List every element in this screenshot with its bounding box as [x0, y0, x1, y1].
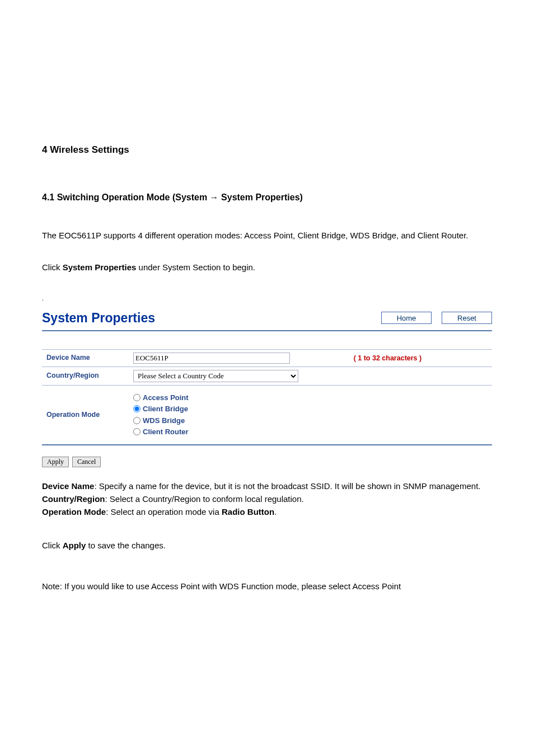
intro-p2-prefix: Click [42, 262, 63, 272]
opmode-label: Operation Mode [42, 385, 129, 445]
footer-note: Note: If you would like to use Access Po… [42, 580, 492, 593]
opmode-row: Operation Mode Access Point Client Bridg… [42, 385, 492, 445]
action-buttons: Apply Cancel [42, 457, 492, 467]
section-heading: 4 Wireless Settings [42, 143, 492, 157]
dot-mark: . [42, 294, 492, 303]
country-cell: Please Select a Country Code [129, 367, 492, 385]
country-select[interactable]: Please Select a Country Code [133, 370, 298, 382]
apply-note-prefix: Click [42, 541, 63, 550]
panel-header: System Properties Home Reset [42, 308, 492, 331]
def-device-name-desc: : Specify a name for the device, but it … [94, 481, 480, 491]
opmode-radio-cb-input[interactable] [133, 405, 140, 412]
def-opmode-desc-suffix: . [274, 507, 277, 516]
apply-note-bold: Apply [63, 541, 86, 550]
opmode-radio-ap[interactable]: Access Point [133, 392, 488, 403]
opmode-radio-cr[interactable]: Client Router [133, 426, 488, 438]
def-country-desc: : Select a Country/Region to conform loc… [105, 494, 304, 504]
opmode-radio-wds-label: WDS Bridge [143, 415, 185, 426]
intro-p2-bold: System Properties [63, 262, 137, 272]
reset-button[interactable]: Reset [442, 312, 492, 324]
opmode-radio-ap-input[interactable] [133, 394, 140, 401]
device-name-input[interactable] [133, 353, 290, 364]
subsection-heading: 4.1 Switching Operation Mode (System → S… [42, 191, 492, 204]
def-device-name-term: Device Name [42, 481, 94, 491]
opmode-cell: Access Point Client Bridge WDS Bridge Cl… [129, 385, 492, 445]
intro-p2-suffix: under System Section to begin. [136, 262, 255, 272]
def-opmode-term: Operation Mode [42, 507, 106, 516]
device-name-row: Device Name ( 1 to 32 characters ) [42, 349, 492, 367]
def-opmode-desc-bold: Radio Button [222, 507, 274, 516]
intro-paragraph-2: Click System Properties under System Sec… [42, 261, 492, 274]
definitions-block: Device Name: Specify a name for the devi… [42, 480, 492, 519]
def-opmode-desc-prefix: : Select an operation mode via [106, 507, 222, 516]
opmode-radio-group: Access Point Client Bridge WDS Bridge Cl… [133, 388, 488, 442]
cancel-button[interactable]: Cancel [72, 457, 101, 467]
apply-note: Click Apply to save the changes. [42, 539, 492, 552]
panel-title: System Properties [42, 308, 155, 328]
def-device-name: Device Name: Specify a name for the devi… [42, 480, 492, 492]
opmode-radio-wds[interactable]: WDS Bridge [133, 415, 488, 426]
def-opmode: Operation Mode: Select an operation mode… [42, 505, 492, 518]
home-button[interactable]: Home [381, 312, 432, 324]
properties-table: Device Name ( 1 to 32 characters ) Count… [42, 349, 492, 445]
opmode-radio-cr-input[interactable] [133, 428, 140, 435]
device-name-hint: ( 1 to 32 characters ) [354, 354, 422, 362]
panel-nav-buttons: Home Reset [381, 312, 492, 324]
opmode-radio-cb-label: Client Bridge [143, 403, 188, 415]
def-country-term: Country/Region [42, 494, 105, 504]
apply-note-suffix: to save the changes. [86, 541, 166, 550]
intro-paragraph-1: The EOC5611P supports 4 different operat… [42, 229, 492, 242]
opmode-radio-cb[interactable]: Client Bridge [133, 403, 488, 415]
def-country: Country/Region: Select a Country/Region … [42, 492, 492, 505]
country-row: Country/Region Please Select a Country C… [42, 367, 492, 385]
opmode-radio-cr-label: Client Router [143, 426, 189, 438]
device-name-cell: ( 1 to 32 characters ) [129, 349, 492, 367]
device-name-label: Device Name [42, 349, 129, 367]
opmode-radio-wds-input[interactable] [133, 417, 140, 424]
opmode-radio-ap-label: Access Point [143, 392, 189, 403]
apply-button[interactable]: Apply [42, 457, 69, 467]
country-label: Country/Region [42, 367, 129, 385]
